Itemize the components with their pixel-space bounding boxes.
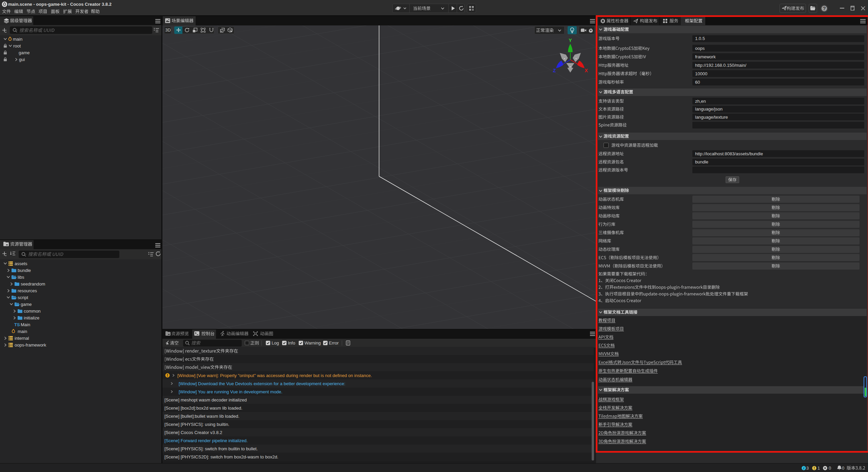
svg-text:Y: Y bbox=[569, 38, 572, 43]
svg-text:i: i bbox=[803, 466, 804, 470]
svg-text:Z: Z bbox=[553, 68, 556, 73]
svg-text:X: X bbox=[585, 68, 588, 73]
svg-text:?: ? bbox=[823, 5, 826, 11]
